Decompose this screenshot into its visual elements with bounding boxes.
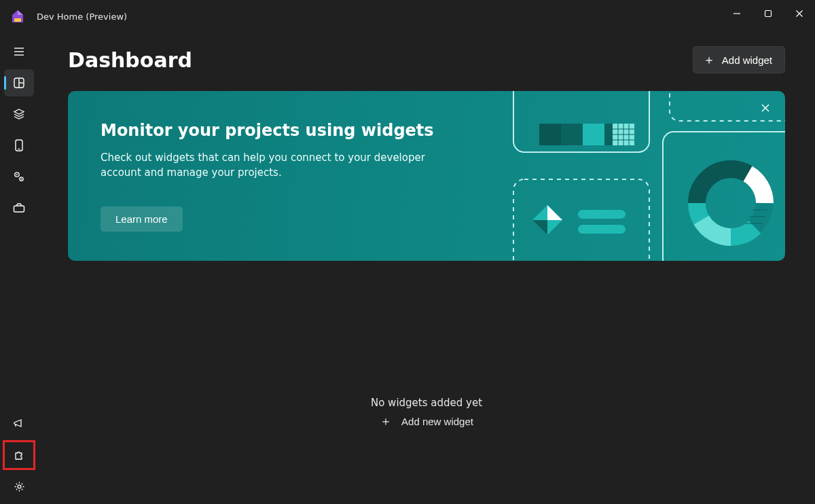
gears-icon <box>12 170 26 183</box>
svg-rect-39 <box>663 132 785 261</box>
svg-point-40 <box>697 169 765 237</box>
sidebar-menu-toggle[interactable] <box>4 38 34 65</box>
svg-rect-37 <box>578 210 626 219</box>
banner-description: Check out widgets that can help you conn… <box>101 151 467 181</box>
dashboard-icon <box>13 77 25 89</box>
svg-point-18 <box>18 485 21 488</box>
svg-rect-0 <box>14 18 21 22</box>
svg-rect-17 <box>14 206 24 212</box>
svg-marker-34 <box>532 205 562 235</box>
empty-state-title: No widgets added yet <box>371 397 482 409</box>
svg-rect-23 <box>539 124 634 145</box>
svg-point-14 <box>16 174 18 175</box>
banner-close-button[interactable] <box>761 103 770 113</box>
layers-icon <box>13 108 25 120</box>
sidebar-item-device[interactable] <box>4 132 34 159</box>
window-controls <box>721 0 815 27</box>
add-new-widget-button[interactable]: ＋ Add new widget <box>376 414 477 428</box>
gear-icon <box>13 480 26 493</box>
add-widget-button[interactable]: ＋ Add widget <box>693 46 785 73</box>
close-button[interactable] <box>784 0 815 27</box>
page-title: Dashboard <box>68 48 192 72</box>
titlebar: Dev Home (Preview) <box>0 0 815 33</box>
svg-rect-25 <box>583 124 604 145</box>
add-new-widget-label: Add new widget <box>401 416 473 427</box>
sidebar-item-machine-configuration[interactable] <box>4 101 34 128</box>
sidebar-item-settings[interactable] <box>4 473 34 500</box>
plus-icon: ＋ <box>380 415 392 427</box>
sidebar-item-utilities[interactable] <box>4 194 34 221</box>
close-icon <box>761 103 770 113</box>
megaphone-icon <box>12 418 26 430</box>
svg-rect-22 <box>513 91 649 152</box>
sidebar-item-feedback[interactable] <box>4 410 34 437</box>
sidebar-item-extensions[interactable] <box>4 442 34 469</box>
plus-icon: ＋ <box>703 54 715 66</box>
promo-banner: Monitor your projects using widgets Chec… <box>68 91 785 261</box>
svg-rect-2 <box>765 11 772 17</box>
page-header: Dashboard ＋ Add widget <box>68 46 785 73</box>
banner-illustration <box>446 91 785 261</box>
empty-state: No widgets added yet ＋ Add new widget <box>68 397 785 428</box>
app-icon <box>10 8 26 24</box>
toolbox-icon <box>12 202 26 214</box>
svg-rect-38 <box>578 225 626 234</box>
puzzle-icon <box>13 449 25 461</box>
main-content: Dashboard ＋ Add widget Monitor your proj… <box>38 33 815 504</box>
svg-marker-35 <box>547 205 562 220</box>
maximize-button[interactable] <box>753 0 784 27</box>
add-widget-label: Add widget <box>722 54 772 66</box>
minimize-button[interactable] <box>721 0 753 27</box>
hamburger-icon <box>13 46 25 58</box>
learn-more-button[interactable]: Learn more <box>101 206 183 232</box>
sidebar <box>0 33 38 504</box>
svg-point-16 <box>21 179 22 180</box>
device-icon <box>14 139 24 152</box>
sidebar-item-dashboard[interactable] <box>4 69 34 96</box>
svg-marker-36 <box>532 220 547 235</box>
svg-rect-26 <box>613 124 634 145</box>
app-title: Dev Home (Preview) <box>37 12 127 22</box>
learn-more-label: Learn more <box>115 213 168 225</box>
sidebar-item-environments[interactable] <box>4 163 34 190</box>
banner-title: Monitor your projects using widgets <box>101 121 467 140</box>
svg-rect-24 <box>539 124 561 145</box>
svg-rect-33 <box>513 179 649 261</box>
